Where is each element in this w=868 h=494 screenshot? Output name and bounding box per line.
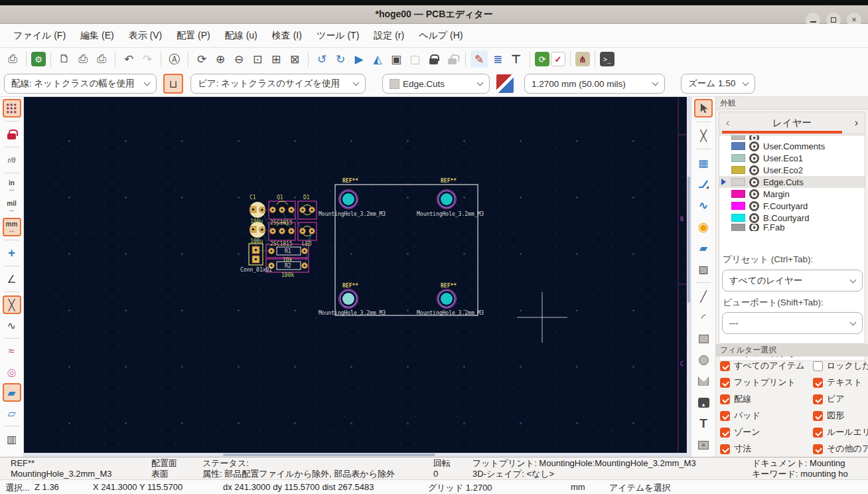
add-image-icon[interactable]: ▴ — [694, 393, 713, 412]
layer-row[interactable]: B.Courtyard — [719, 212, 865, 224]
polar-coords-icon[interactable]: r/θ — [3, 151, 21, 169]
full-crosshair-cursor-icon[interactable]: + — [3, 244, 21, 262]
checkbox[interactable] — [720, 394, 730, 404]
show-ratsnest-icon[interactable]: ╳ — [3, 295, 21, 314]
library-browser-icon[interactable]: ≣ — [489, 50, 506, 68]
visibility-eye-icon[interactable] — [749, 153, 759, 163]
highlight-net-icon[interactable]: ╳ — [694, 126, 713, 145]
menu-place[interactable]: 配置 (P) — [170, 27, 217, 45]
menu-tools[interactable]: ツール (T) — [310, 27, 366, 45]
filter-pads[interactable]: パッド — [720, 410, 813, 422]
refresh-icon[interactable]: ⟳ — [193, 50, 210, 68]
track-size-select[interactable]: 1.2700 mm (50.00 mils) — [524, 74, 665, 94]
add-line-icon[interactable]: ╱ — [694, 287, 713, 305]
checkbox[interactable] — [720, 378, 730, 388]
scripting-console-icon[interactable]: >_ — [600, 52, 615, 66]
layer-color-swatch[interactable] — [731, 214, 745, 222]
layer-row[interactable]: F.Courtyard — [719, 200, 865, 212]
visibility-eye-icon[interactable] — [749, 165, 759, 175]
menu-file[interactable]: ファイル (F) — [7, 27, 72, 45]
footprint-wizard-icon[interactable]: ⊤ — [508, 50, 525, 68]
tab-next-icon[interactable]: › — [848, 117, 865, 129]
menu-preferences[interactable]: 設定 (r) — [367, 27, 411, 45]
scrollbar-thumb[interactable] — [223, 453, 435, 456]
pcb-canvas[interactable]: REF** REF** MountingHole_3.2mm_M3 Mounti… — [24, 97, 691, 457]
layer-row-clipped[interactable] — [719, 135, 865, 140]
filter-locked-items[interactable]: ロックしたアイテム — [813, 360, 868, 372]
group-icon[interactable]: ▣ — [388, 50, 405, 68]
track-sketch-mode-icon[interactable]: ≈ — [3, 342, 21, 361]
checkbox[interactable] — [813, 444, 823, 454]
flip-board-view-icon[interactable]: ▶ — [350, 50, 368, 68]
schematic-editor-icon[interactable]: ⋔ — [575, 52, 590, 66]
filter-other-items[interactable]: その他のアイテム — [813, 443, 868, 455]
add-polygon-icon[interactable] — [694, 372, 713, 390]
add-rectangle-icon[interactable] — [694, 329, 713, 348]
tune-length-icon[interactable]: ∿ — [694, 196, 713, 214]
rotate-ccw-icon[interactable]: ↺ — [313, 50, 330, 68]
layer-row-selected[interactable]: Edge.Cuts — [719, 176, 865, 188]
visibility-eye-icon[interactable] — [749, 189, 759, 199]
visibility-eye-icon[interactable] — [749, 135, 759, 140]
add-textbox-icon[interactable]: ≡ — [694, 436, 713, 454]
auto-track-width-toggle[interactable]: ⊔ — [163, 74, 183, 94]
visibility-eye-icon[interactable] — [749, 177, 759, 187]
filter-rule-areas[interactable]: ルールエリア — [813, 426, 868, 438]
edit-footprint-icon[interactable]: ✎ — [470, 50, 488, 68]
board-setup-icon[interactable]: ⚙ — [31, 52, 46, 66]
checkbox[interactable] — [720, 361, 730, 371]
add-circle-icon[interactable] — [694, 351, 713, 369]
filter-footprints[interactable]: フットプリント — [720, 376, 813, 388]
checkbox[interactable] — [813, 361, 823, 371]
zoom-select[interactable]: ズーム 1.50 — [681, 74, 755, 94]
scrollbar-thumb[interactable] — [687, 177, 690, 303]
layer-color-swatch[interactable] — [731, 224, 745, 231]
filter-vias[interactable]: ビア — [813, 393, 868, 405]
zoom-fit-page-icon[interactable]: ⊡ — [249, 50, 266, 68]
layer-row-clipped[interactable]: F.Fab — [719, 224, 865, 231]
checkbox[interactable] — [813, 394, 823, 404]
via-sketch-mode-icon[interactable]: ◎ — [3, 363, 21, 381]
route-tracks-icon[interactable] — [694, 175, 713, 193]
zoom-fit-objects-icon[interactable]: ⊞ — [267, 50, 285, 68]
zoom-out-icon[interactable]: ⊖ — [230, 50, 248, 68]
mirror-icon[interactable]: ◭ — [369, 50, 386, 68]
titlebar[interactable]: *hoge00 — PCBエディター × — [0, 5, 868, 24]
viewport-select[interactable]: --- — [722, 312, 863, 334]
filter-tracks[interactable]: 配線 — [720, 393, 813, 405]
checkbox[interactable] — [720, 428, 730, 438]
layer-color-swatch[interactable] — [731, 135, 745, 140]
find-icon[interactable]: Ⓐ — [166, 50, 183, 68]
layer-color-swatch[interactable] — [731, 142, 745, 150]
zone-outline-mode-icon[interactable]: ▱ — [3, 404, 21, 422]
layer-color-swatch[interactable] — [731, 154, 745, 162]
filter-dimensions[interactable]: 寸法 — [720, 443, 813, 455]
menu-view[interactable]: 表示 (V) — [122, 27, 169, 45]
tab-layers[interactable]: レイヤー — [736, 117, 847, 129]
layer-color-swatch[interactable] — [731, 202, 745, 210]
visibility-eye-icon[interactable] — [749, 213, 759, 223]
layer-color-swatch[interactable] — [731, 178, 745, 186]
filter-graphics[interactable]: 図形 — [813, 410, 868, 422]
preset-select[interactable]: すべてのレイヤー — [722, 270, 863, 291]
rotate-cw-icon[interactable]: ↻ — [332, 50, 349, 68]
zone-fill-mode-icon[interactable]: ▰ — [3, 383, 21, 402]
layer-select[interactable]: Edge.Cuts — [382, 74, 490, 94]
undo-icon[interactable]: ↶ — [120, 50, 137, 68]
unlock-icon[interactable] — [443, 50, 461, 68]
footprint-sketch-mode-icon[interactable]: ▥ — [3, 430, 21, 448]
menu-route[interactable]: 配線 (u) — [218, 27, 264, 45]
visibility-eye-icon[interactable] — [749, 141, 759, 151]
checkbox[interactable] — [813, 411, 823, 421]
print-icon[interactable]: ⎙ — [74, 50, 92, 68]
layer-pair-indicator-icon[interactable] — [496, 74, 514, 93]
lock-icon[interactable] — [425, 50, 442, 68]
zoom-selection-icon[interactable]: ⊠ — [286, 50, 303, 68]
units-mil-icon[interactable]: mil↔ — [3, 197, 21, 216]
filter-all-items[interactable]: すべてのアイテム — [720, 360, 813, 372]
filter-text[interactable]: テキスト — [813, 376, 868, 388]
select-tool-icon[interactable] — [694, 99, 713, 118]
units-mm-icon[interactable]: mm↔ — [3, 218, 21, 236]
visibility-eye-icon[interactable] — [749, 224, 759, 231]
save-icon[interactable]: ⎙ — [4, 50, 21, 68]
